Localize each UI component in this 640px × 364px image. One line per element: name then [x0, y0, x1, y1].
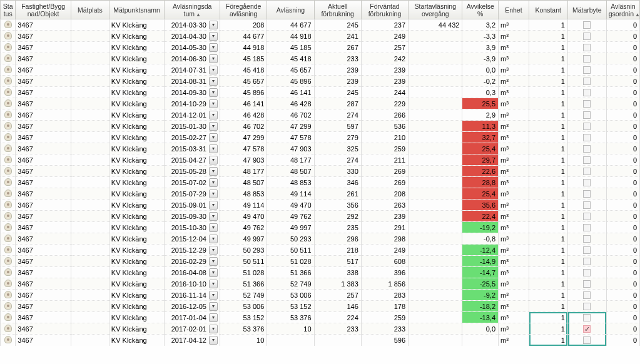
cell-reading[interactable]: 53 152: [267, 301, 314, 312]
table-row[interactable]: 3467KV Klckäng2016-10-10▾51 36652 7491 3…: [1, 278, 640, 290]
meter-change-checkbox[interactable]: [583, 303, 591, 310]
table-row[interactable]: 3467KV Klckäng2014-05-30▾44 91845 185267…: [1, 42, 640, 53]
meter-change-checkbox[interactable]: [583, 100, 591, 108]
cell-reading[interactable]: 47 299: [267, 121, 314, 132]
cell-matarbyte[interactable]: [567, 132, 606, 143]
cell-date[interactable]: 2015-05-28▾: [165, 166, 220, 177]
cell-reading[interactable]: 45 418: [267, 53, 314, 64]
cell-matarbyte[interactable]: [567, 87, 606, 98]
cell-date[interactable]: 2015-01-30▾: [165, 121, 220, 132]
cell-reading[interactable]: 53 006: [267, 290, 314, 301]
cell-date[interactable]: 2017-04-12▾: [165, 335, 220, 346]
col-header-aktuell[interactable]: Aktuellförbrukning: [314, 1, 361, 19]
cell-date[interactable]: 2015-04-27▾: [165, 154, 220, 166]
cell-matarbyte[interactable]: [567, 19, 606, 31]
cell-reading[interactable]: 51 366: [267, 267, 314, 278]
cell-reading[interactable]: 45 896: [267, 76, 314, 87]
table-row[interactable]: 3467KV Klckäng2014-08-31▾45 65745 896239…: [1, 76, 640, 87]
cell-matarbyte[interactable]: [567, 267, 606, 278]
meter-change-checkbox[interactable]: [583, 168, 591, 175]
cell-date[interactable]: 2014-05-30▾: [165, 42, 220, 53]
meter-change-checkbox[interactable]: [583, 21, 591, 29]
date-dropdown-icon[interactable]: ▾: [209, 43, 218, 52]
cell-reading[interactable]: 50 293: [267, 233, 314, 245]
cell-matarbyte[interactable]: [567, 245, 606, 256]
table-row[interactable]: 3467KV Klckäng2014-06-30▾45 18545 418233…: [1, 53, 640, 64]
cell-matarbyte[interactable]: [567, 256, 606, 267]
cell-reading[interactable]: 48 177: [267, 154, 314, 166]
meter-change-checkbox[interactable]: [583, 145, 591, 153]
cell-reading[interactable]: 46 702: [267, 109, 314, 121]
table-row[interactable]: 3467KV Klckäng2015-12-04▾49 99750 293296…: [1, 233, 640, 245]
cell-reading[interactable]: 53 376: [267, 312, 314, 323]
cell-matarbyte[interactable]: [567, 53, 606, 64]
date-dropdown-icon[interactable]: ▾: [209, 302, 218, 311]
table-row[interactable]: 3467KV Klckäng2015-12-29▾50 29350 511218…: [1, 245, 640, 256]
date-dropdown-icon[interactable]: ▾: [209, 201, 218, 210]
table-row[interactable]: 3467KV Klckäng2014-12-01▾46 42846 702274…: [1, 109, 640, 121]
table-row[interactable]: 3467KV Klckäng2014-10-29▾46 14146 428287…: [1, 98, 640, 109]
cell-reading[interactable]: 46 141: [267, 87, 314, 98]
meter-change-checkbox[interactable]: [583, 66, 591, 74]
date-dropdown-icon[interactable]: ▾: [209, 190, 218, 198]
date-dropdown-icon[interactable]: ▾: [209, 257, 218, 266]
table-row[interactable]: 3467KV Klckäng2015-01-30▾46 70247 299597…: [1, 121, 640, 132]
date-dropdown-icon[interactable]: ▾: [209, 178, 218, 187]
cell-reading[interactable]: 45 657: [267, 64, 314, 76]
meter-change-checkbox[interactable]: [583, 179, 591, 186]
cell-matarbyte[interactable]: [567, 211, 606, 222]
col-header-startavl[interactable]: Startavläsningovergång: [409, 1, 462, 19]
col-header-avvikelse[interactable]: Avvikelse%: [462, 1, 499, 19]
date-dropdown-icon[interactable]: ▾: [209, 268, 218, 277]
meter-change-checkbox[interactable]: [583, 224, 591, 231]
table-row[interactable]: 3467KV Klckäng2015-07-02▾48 50748 853346…: [1, 177, 640, 188]
date-dropdown-icon[interactable]: ▾: [209, 291, 218, 300]
date-dropdown-icon[interactable]: ▾: [209, 99, 218, 108]
cell-matarbyte[interactable]: [567, 290, 606, 301]
col-header-matpunktsnamn[interactable]: Mätpunktsnamn: [109, 1, 165, 19]
table-row[interactable]: 3467KV Klckäng2016-12-05▾53 00653 152146…: [1, 301, 640, 312]
date-dropdown-icon[interactable]: ▾: [209, 111, 218, 119]
cell-reading[interactable]: 44 677: [267, 19, 314, 31]
date-dropdown-icon[interactable]: ▾: [209, 325, 218, 333]
cell-date[interactable]: 2014-07-31▾: [165, 64, 220, 76]
cell-reading[interactable]: 52 749: [267, 278, 314, 290]
cell-date[interactable]: 2014-09-30▾: [165, 87, 220, 98]
meter-change-checkbox[interactable]: [583, 190, 591, 198]
cell-matarbyte[interactable]: [567, 166, 606, 177]
meter-change-checkbox[interactable]: [583, 269, 591, 276]
cell-date[interactable]: 2014-08-31▾: [165, 76, 220, 87]
cell-matarbyte[interactable]: [567, 312, 606, 323]
cell-matarbyte[interactable]: [567, 31, 606, 42]
cell-date[interactable]: 2014-04-30▾: [165, 31, 220, 42]
cell-matarbyte[interactable]: [567, 64, 606, 76]
cell-reading[interactable]: 48 853: [267, 177, 314, 188]
cell-matarbyte[interactable]: [567, 335, 606, 346]
cell-date[interactable]: 2015-12-04▾: [165, 233, 220, 245]
cell-date[interactable]: 2015-07-29▾: [165, 188, 220, 200]
cell-matarbyte[interactable]: [567, 323, 606, 335]
cell-date[interactable]: 2014-10-29▾: [165, 98, 220, 109]
cell-reading[interactable]: 47 903: [267, 143, 314, 154]
table-row[interactable]: 3467KV Klckäng2014-09-30▾45 89646 141245…: [1, 87, 640, 98]
meter-change-checkbox[interactable]: [583, 201, 591, 209]
date-dropdown-icon[interactable]: ▾: [209, 167, 218, 176]
cell-matarbyte[interactable]: [567, 76, 606, 87]
table-row[interactable]: 3467KV Klckäng2015-07-29▾48 85349 114261…: [1, 188, 640, 200]
cell-reading[interactable]: [267, 335, 314, 346]
table-row[interactable]: 3467KV Klckäng2015-10-30▾49 76249 997235…: [1, 222, 640, 233]
cell-matarbyte[interactable]: [567, 301, 606, 312]
meter-change-checkbox[interactable]: [583, 325, 591, 333]
meter-change-checkbox[interactable]: [583, 78, 591, 85]
table-row[interactable]: 3467KV Klckäng2014-03-30▾20844 677245237…: [1, 19, 640, 31]
cell-reading[interactable]: 10: [267, 323, 314, 335]
cell-date[interactable]: 2015-10-30▾: [165, 222, 220, 233]
table-row[interactable]: 3467KV Klckäng2015-09-30▾49 47049 762292…: [1, 211, 640, 222]
cell-reading[interactable]: 45 185: [267, 42, 314, 53]
table-row[interactable]: 3467KV Klckäng2015-05-28▾48 17748 507330…: [1, 166, 640, 177]
cell-date[interactable]: 2015-02-27▾: [165, 132, 220, 143]
col-header-konstant[interactable]: Konstant: [529, 1, 567, 19]
cell-reading[interactable]: 49 997: [267, 222, 314, 233]
cell-date[interactable]: 2015-03-31▾: [165, 143, 220, 154]
cell-reading[interactable]: 47 578: [267, 132, 314, 143]
